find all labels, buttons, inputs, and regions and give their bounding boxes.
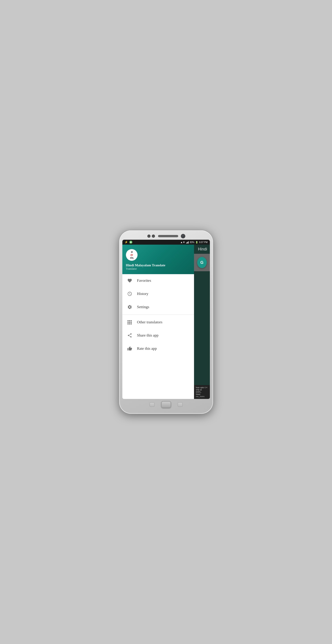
menu-button[interactable] <box>178 402 183 407</box>
status-bar-left: ⚡ <box>125 240 132 244</box>
menu-item-history[interactable]: History <box>122 287 194 300</box>
app-title: Hindi Malayalam Translate Translator <box>126 264 190 270</box>
home-button[interactable] <box>161 401 171 408</box>
menu-divider <box>122 314 194 315</box>
ad-text: loan upto <box>196 386 204 389</box>
main-body: G <box>194 254 210 385</box>
navigation-drawer: अ ⟳ ഒരു Hindi Malayalam Translate Transl… <box>122 245 194 399</box>
phone-top-bar <box>122 234 210 238</box>
clock: 6:07 PM <box>199 241 207 244</box>
wifi-icon: ▲▼ <box>180 241 185 244</box>
ad-close-icon[interactable]: ✕ <box>206 386 208 389</box>
menu-item-other-translators[interactable]: Other translators <box>122 316 194 329</box>
menu-section-2: Other translators Share this app <box>122 316 194 355</box>
other-translators-label: Other translators <box>137 320 163 324</box>
share-icon <box>127 332 133 338</box>
logo-inner: अ ⟳ ഒരു <box>130 251 133 259</box>
menu-item-settings[interactable]: Settings <box>122 300 194 314</box>
translate-button-label: G <box>200 260 203 265</box>
status-bar-right: ▲▼ 83% 🔋 6:07 PM <box>180 241 207 244</box>
main-content-behind: Hindi G loan upto ℹ ✕ only <box>194 245 210 399</box>
phone-camera <box>181 234 185 238</box>
logo-malayalam-text: ഒരു <box>130 257 133 259</box>
signal-bar-1 <box>186 242 187 244</box>
ad-subtext: only at DHFL. <box>196 389 202 393</box>
gear-icon <box>127 304 133 310</box>
menu-item-favorites[interactable]: Favorites <box>122 274 194 287</box>
screen-content: अ ⟳ ഒരു Hindi Malayalam Translate Transl… <box>122 245 210 399</box>
phone-speaker-grille <box>158 235 178 237</box>
phone-speakers <box>147 234 155 238</box>
menu-item-rate-app[interactable]: Rate this app <box>122 342 194 355</box>
favorites-label: Favorites <box>137 278 151 283</box>
rate-app-label: Rate this app <box>137 346 157 351</box>
speaker-dot-right <box>152 234 155 238</box>
main-top-bar: Hindi <box>194 245 210 254</box>
logo-arrows-icon: ⟳ <box>130 254 133 257</box>
signal-bar-3 <box>187 242 188 244</box>
grid-icon <box>127 319 133 325</box>
app-name: Hindi Malayalam Translate <box>126 264 190 267</box>
google-translate-button[interactable]: G <box>197 257 207 268</box>
main-dark-section <box>194 271 210 385</box>
signal-bars <box>186 241 189 244</box>
drawer-header: अ ⟳ ഒരു Hindi Malayalam Translate Transl… <box>122 245 194 274</box>
thumbs-up-icon <box>127 346 133 352</box>
battery-percentage: 83% <box>190 241 194 244</box>
main-title: Hindi <box>198 247 207 252</box>
ad-cta: Now! <box>196 393 200 395</box>
ad-source: me_loans <box>196 395 204 398</box>
speaker-dot-left <box>147 234 151 238</box>
phone-device: ⚡ ▲▼ 83% 🔋 6:07 PM <box>119 230 213 414</box>
status-bar: ⚡ ▲▼ 83% 🔋 6:07 PM <box>122 240 210 245</box>
back-button[interactable] <box>150 402 155 407</box>
app-subtitle: Translator <box>126 267 190 270</box>
settings-label: Settings <box>137 305 149 309</box>
share-app-label: Share this app <box>137 333 159 338</box>
phone-screen: ⚡ ▲▼ 83% 🔋 6:07 PM <box>122 240 210 399</box>
menu-item-share-app[interactable]: Share this app <box>122 329 194 342</box>
battery-icon: 🔋 <box>195 241 198 244</box>
signal-bar-2 <box>187 242 187 244</box>
ad-banner: loan upto ℹ ✕ only at DHFL. Now! me_loan… <box>194 385 210 399</box>
history-label: History <box>137 292 149 296</box>
phone-bottom-bar <box>122 399 210 409</box>
usb-icon: ⚡ <box>125 240 128 244</box>
signal-bar-4 <box>188 241 189 244</box>
heart-icon <box>127 278 133 284</box>
translate-button-area: G <box>194 254 210 271</box>
clock-icon <box>127 291 133 297</box>
app-logo: अ ⟳ ഒരു <box>126 249 138 261</box>
menu-section-1: Favorites History <box>122 274 194 314</box>
notification-icon <box>129 240 132 244</box>
